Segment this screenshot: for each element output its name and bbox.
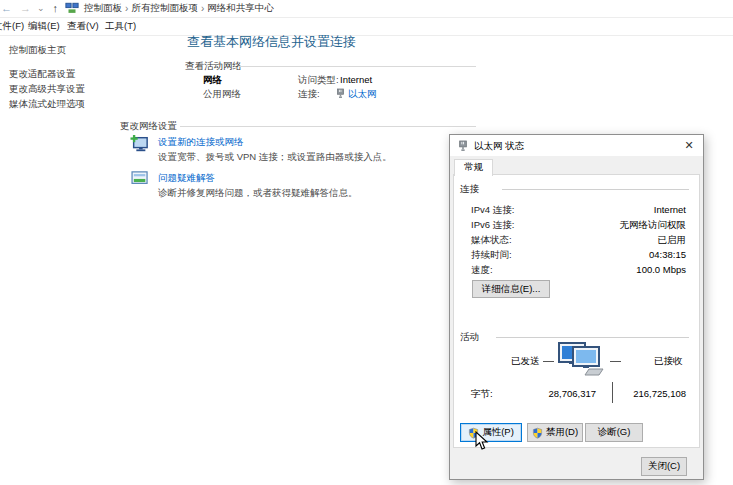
speed-label: 速度: [471,264,493,277]
menu-file[interactable]: 文件(F) [0,20,24,33]
breadcrumb-network-sharing[interactable]: 网络和共享中心 [207,2,274,15]
setup-connection-icon [130,135,149,155]
network-computers-icon [557,342,605,379]
activity-group-label: 活动 [460,331,479,344]
active-networks-section-label: 查看活动网络 [185,60,242,73]
sent-label: 已发送 [511,355,540,368]
menu-edit[interactable]: 编辑(E) [28,20,60,33]
ethernet-icon [336,88,345,101]
forward-icon[interactable]: → [20,0,31,17]
speed-value: 100.0 Mbps [636,264,686,277]
chevron-down-icon[interactable]: ⌄ [37,0,45,17]
troubleshoot-icon [131,171,149,188]
close-icon[interactable]: ✕ [675,135,703,155]
mouse-cursor [475,431,489,453]
ipv4-label: IPv4 连接: [471,204,514,217]
tab-general[interactable]: 常规 [454,159,493,176]
setup-connection-link[interactable]: 设置新的连接或网络 [158,136,244,149]
ipv6-value: 无网络访问权限 [620,219,687,232]
access-type-value: Internet [340,74,372,85]
close-button[interactable]: 关闭(C) [641,457,687,476]
change-settings-section-label: 更改网络设置 [120,120,177,133]
disable-button[interactable]: 禁用(D) [527,423,583,442]
ipv4-value: Internet [654,204,686,217]
sidebar-item-media-streaming[interactable]: 媒体流式处理选项 [9,98,85,111]
address-toolbar: ← → ⌄ ↑ 控制面板 › 所有控制面板项 › 网络和共享中心 [0,0,733,18]
disable-button-label: 禁用(D) [546,426,578,439]
bytes-received-value: 216,725,108 [633,388,686,399]
details-button[interactable]: 详细信息(E)... [472,280,550,298]
ethernet-icon [458,140,468,154]
section-divider [180,126,476,127]
diagnose-button[interactable]: 诊断(G) [585,423,643,442]
ipv6-label: IPv6 连接: [471,219,514,232]
troubleshoot-desc: 诊断并修复网络问题，或者获得疑难解答信息。 [158,187,358,200]
sidebar-item-change-adapter-settings[interactable]: 更改适配器设置 [9,68,76,81]
duration-value: 04:38:15 [649,249,686,262]
network-profile: 公用网络 [203,88,241,101]
breadcrumb-control-panel[interactable]: 控制面板 [84,2,122,15]
connections-label: 连接: [298,88,320,101]
group-divider [502,189,689,190]
back-icon[interactable]: ← [1,0,12,17]
up-icon[interactable]: ↑ [53,0,59,17]
properties-button[interactable]: 属性(P) [460,423,522,442]
connection-group-label: 连接 [460,183,479,196]
duration-label: 持续时间: [471,249,512,262]
dialog-title-bar: 以太网 状态 ✕ [450,135,703,156]
sidebar-item-advanced-sharing[interactable]: 更改高级共享设置 [9,83,85,96]
ethernet-link[interactable]: 以太网 [348,88,377,101]
media-state-value: 已启用 [658,234,687,247]
bytes-label: 字节: [471,388,493,401]
dash-line [610,361,621,362]
menu-view[interactable]: 查看(V) [67,20,99,33]
uac-shield-icon [532,427,543,439]
network-sharing-center-icon [65,2,79,15]
network-sharing-center-window: ← → ⌄ ↑ 控制面板 › 所有控制面板项 › 网络和共享中心 文件(F) 编… [0,0,733,485]
bytes-sent-value: 28,706,317 [532,388,596,399]
menu-bar: 文件(F) 编辑(E) 查看(V) 工具(T) [0,18,733,36]
dash-line [543,361,554,362]
general-tab-page: 连接 IPv4 连接:Internet IPv6 连接:无网络访问权限 媒体状态… [453,174,700,448]
menu-tools[interactable]: 工具(T) [105,20,136,33]
dialog-title: 以太网 状态 [474,140,524,153]
breadcrumb-all-items[interactable]: 所有控制面板项 [131,2,198,15]
breadcrumb-separator: › [125,3,128,14]
access-type-label: 访问类型: [298,74,339,87]
sidebar-item-control-panel-home[interactable]: 控制面板主页 [9,44,66,57]
diagnose-button-label: 诊断(G) [598,426,631,439]
breadcrumb-separator: › [201,3,204,14]
bytes-divider [612,382,613,403]
ethernet-status-dialog: 以太网 状态 ✕ 常规 连接 IPv4 连接:Internet IPv6 连接:… [449,134,704,480]
section-divider [238,66,476,67]
page-title: 查看基本网络信息并设置连接 [187,33,356,51]
media-state-label: 媒体状态: [471,234,512,247]
received-label: 已接收 [654,355,683,368]
network-name: 网络 [203,74,222,87]
group-divider [496,337,689,338]
troubleshoot-link[interactable]: 问题疑难解答 [158,172,215,185]
setup-connection-desc: 设置宽带、拨号或 VPN 连接；或设置路由器或接入点。 [158,151,392,164]
